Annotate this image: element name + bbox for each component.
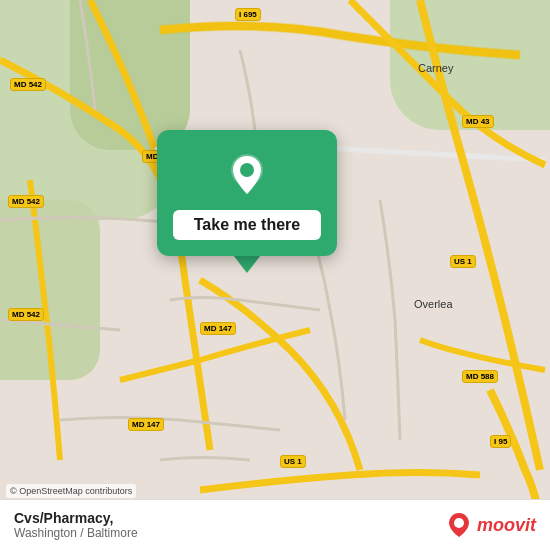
location-pin-icon: [223, 150, 271, 198]
map-container: I 695 MD 542 MD 542 MD 542 MD MD 147 MD …: [0, 0, 550, 550]
road-layer: [0, 0, 550, 550]
place-label-carney: Carney: [418, 62, 453, 74]
place-label-overlea: Overlea: [414, 298, 453, 310]
osm-attribution: © OpenStreetMap contributors: [6, 484, 136, 498]
road-badge-md542-3: MD 542: [8, 308, 44, 321]
road-badge-i95: I 95: [490, 435, 511, 448]
moovit-text: moovit: [477, 515, 536, 536]
road-badge-md542-1: MD 542: [10, 78, 46, 91]
road-badge-md43: MD 43: [462, 115, 494, 128]
popup-card[interactable]: Take me there: [157, 130, 337, 256]
svg-point-1: [240, 163, 254, 177]
popup-tail: [233, 255, 261, 273]
bottom-bar: Cvs/Pharmacy, Washington / Baltimore moo…: [0, 499, 550, 550]
place-name: Cvs/Pharmacy,: [14, 510, 138, 526]
road-badge-md542-2: MD 542: [8, 195, 44, 208]
svg-point-2: [454, 518, 464, 528]
take-me-there-button[interactable]: Take me there: [173, 210, 321, 240]
road-badge-md147-1: MD 147: [200, 322, 236, 335]
road-badge-us1-bot: US 1: [280, 455, 306, 468]
road-badge-md147-2: MD 147: [128, 418, 164, 431]
road-badge-us1-right: US 1: [450, 255, 476, 268]
road-badge-i695: I 695: [235, 8, 261, 21]
location-popup[interactable]: Take me there: [147, 130, 347, 273]
bottom-bar-info: Cvs/Pharmacy, Washington / Baltimore: [14, 510, 138, 540]
road-badge-md588: MD 588: [462, 370, 498, 383]
moovit-logo: moovit: [445, 511, 536, 539]
moovit-pin-icon: [445, 511, 473, 539]
place-location: Washington / Baltimore: [14, 526, 138, 540]
